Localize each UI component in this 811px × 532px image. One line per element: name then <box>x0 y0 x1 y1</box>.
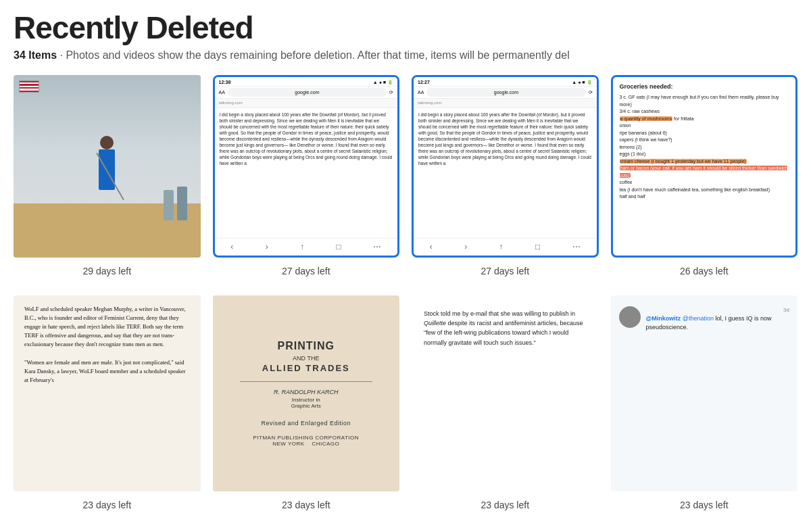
thumbnail-wrapper: 3d @Minkowitz @thenation lol, I guess IQ… <box>611 295 798 491</box>
url-display: google.com <box>426 88 585 97</box>
person-silhouette <box>93 136 120 217</box>
flag-decoration <box>19 80 39 93</box>
photo-grid-row2: WoLF and scheduled speaker Meghan Murphy… <box>14 295 797 510</box>
newspaper-text: WoLF and scheduled speaker Meghan Murphy… <box>22 302 193 388</box>
status-time: 12:38 <box>219 79 231 85</box>
nav-bar: ‹ › ↑ □ ⋯ <box>414 238 597 255</box>
article-text: Stock told me by e-mail that she was wil… <box>421 306 589 351</box>
phone-screenshot: 12:27 ▲ ● ■ 🔋 AA google.com ⟳ talknting.… <box>412 75 599 258</box>
list-item[interactable]: PRINTING AND THE ALLIED TRADES R. RANDOL… <box>213 295 400 510</box>
tweet-handle2: @thenation <box>683 315 714 322</box>
days-remaining: 23 days left <box>680 500 729 510</box>
twitter-wrapper: 3d @Minkowitz @thenation lol, I guess IQ… <box>611 295 798 491</box>
days-remaining: 27 days left <box>282 266 330 276</box>
list-item[interactable]: 3d @Minkowitz @thenation lol, I guess IQ… <box>611 295 798 510</box>
thumbnail-wrapper: 12:27 ▲ ● ■ 🔋 AA google.com ⟳ talknting.… <box>412 75 599 258</box>
days-remaining: 23 days left <box>82 500 131 510</box>
days-remaining: 27 days left <box>481 266 529 276</box>
sub-url: talknting.com <box>215 99 398 107</box>
browser-bar: AA google.com ⟳ <box>215 87 398 99</box>
url-display: google.com <box>228 88 387 97</box>
newspaper-clipping: WoLF and scheduled speaker Meghan Murphy… <box>14 295 201 491</box>
thumbnail-wrapper: Groceries needed: 3 c. GF oats (I may ha… <box>611 75 798 258</box>
list-item[interactable]: 12:38 ▲ ● ■ 🔋 AA google.com ⟳ talknting.… <box>213 75 400 276</box>
list-item[interactable]: 29 days left <box>14 75 201 276</box>
thumbnail-wrapper: PRINTING AND THE ALLIED TRADES R. RANDOL… <box>213 295 400 491</box>
status-time: 12:27 <box>418 79 430 85</box>
book-edition: Revised and Enlarged Edition <box>261 420 351 427</box>
page-body: I did begin a story placed about 100 yea… <box>414 108 597 239</box>
status-bar: 12:27 ▲ ● ■ 🔋 <box>414 77 597 87</box>
book-author: R. RANDOLPH KARCH <box>274 389 339 395</box>
tweet-timestamp: 3d <box>783 306 789 314</box>
page-body: I did begin a story placed about 100 yea… <box>215 108 398 239</box>
photo-placeholder <box>14 75 201 258</box>
book-divider <box>240 381 372 382</box>
thumbnail-wrapper: Stock told me by e-mail that she was wil… <box>412 295 599 491</box>
list-item[interactable]: Groceries needed: 3 c. GF oats (I may ha… <box>611 75 798 276</box>
tweet-content: 3d @Minkowitz @thenation lol, I guess IQ… <box>646 306 790 333</box>
days-remaining: 23 days left <box>481 500 529 510</box>
grocery-list: 3 c. GF oats (I may have enough but if y… <box>620 94 789 201</box>
browser-bar: AA google.com ⟳ <box>414 87 597 99</box>
status-bar: 12:38 ▲ ● ■ 🔋 <box>215 77 398 87</box>
book-title: PRINTING <box>278 340 335 352</box>
thumbnail-wrapper: WoLF and scheduled speaker Meghan Murphy… <box>14 295 201 491</box>
article-snippet: Stock told me by e-mail that she was wil… <box>412 295 599 491</box>
nav-bar: ‹ › ↑ □ ⋯ <box>215 238 398 255</box>
item-count: 34 Items <box>14 49 57 61</box>
status-icons: ▲ ● ■ 🔋 <box>572 79 592 85</box>
book-cover: PRINTING AND THE ALLIED TRADES R. RANDOL… <box>213 295 400 491</box>
book-and: AND THE <box>293 355 319 362</box>
book-subtitle: ALLIED TRADES <box>262 363 350 373</box>
list-item[interactable]: 12:27 ▲ ● ■ 🔋 AA google.com ⟳ talknting.… <box>412 75 599 276</box>
status-icons: ▲ ● ■ 🔋 <box>373 79 393 85</box>
sub-url: talknting.com <box>414 99 597 107</box>
photo-grid-row1: 29 days left 12:38 ▲ ● ■ 🔋 AA google.com… <box>14 75 797 276</box>
grocery-note: Groceries needed: 3 c. GF oats (I may ha… <box>611 75 798 258</box>
days-remaining: 26 days left <box>680 266 729 276</box>
page-subtitle: 34 Items · Photos and videos show the da… <box>14 49 797 62</box>
phone-screenshot: 12:38 ▲ ● ■ 🔋 AA google.com ⟳ talknting.… <box>213 75 400 258</box>
thumbnail-wrapper <box>14 75 201 258</box>
list-item[interactable]: Stock told me by e-mail that she was wil… <box>412 295 599 510</box>
subtitle-note: Photos and videos show the days remainin… <box>66 49 569 61</box>
tweet: 3d @Minkowitz @thenation lol, I guess IQ… <box>619 306 790 333</box>
days-remaining: 29 days left <box>82 266 131 276</box>
book-affiliation: Instructor inGraphic Arts <box>291 397 321 409</box>
grocery-title: Groceries needed: <box>620 82 789 92</box>
page-title: Recently Deleted <box>14 11 797 45</box>
avatar <box>619 306 641 328</box>
thumbnail-wrapper: 12:38 ▲ ● ■ 🔋 AA google.com ⟳ talknting.… <box>213 75 400 258</box>
book-publisher: PITMAN PUBLISHING CORPORATIONNEW YORK CH… <box>253 435 359 447</box>
tweet-handle1: @Minkowitz <box>646 315 681 322</box>
days-remaining: 23 days left <box>282 500 330 510</box>
list-item[interactable]: WoLF and scheduled speaker Meghan Murphy… <box>14 295 201 510</box>
